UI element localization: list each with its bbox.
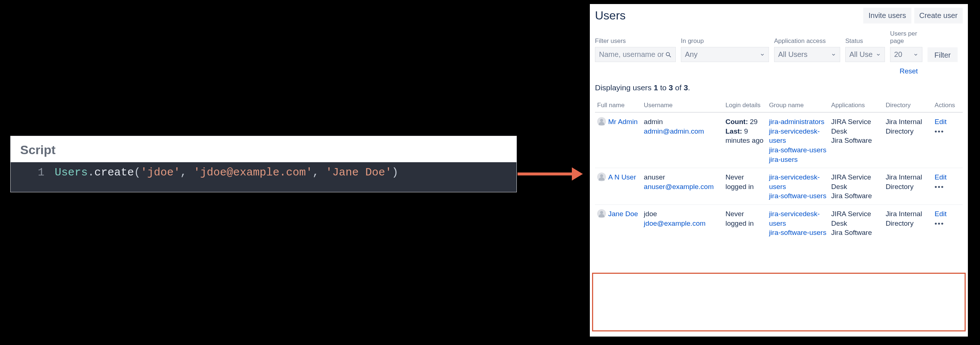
- applications-cell: JIRA Service DeskJira Software: [829, 112, 883, 168]
- invite-users-button[interactable]: Invite users: [863, 8, 911, 24]
- table-row: Mr Adminadminadmin@admin.comCount: 29Las…: [595, 112, 963, 168]
- user-full-name-link[interactable]: Mr Admin: [608, 117, 638, 127]
- applications-cell: JIRA Service DeskJira Software: [829, 205, 883, 241]
- app-access-label: Application access: [774, 37, 840, 45]
- directory-cell: Jira Internal Directory: [883, 205, 932, 241]
- in-group-label: In group: [681, 37, 769, 45]
- token-function: create: [94, 166, 134, 179]
- col-login[interactable]: Login details: [724, 99, 767, 112]
- svg-point-0: [666, 52, 670, 56]
- filter-users-label: Filter users: [595, 37, 676, 45]
- arrow-icon: [517, 165, 587, 183]
- reset-link[interactable]: Reset: [900, 67, 918, 75]
- username-text: anuser: [644, 173, 721, 182]
- chevron-down-icon: [831, 52, 836, 57]
- line-number: 1: [11, 164, 55, 181]
- username-text: jdoe: [644, 209, 721, 219]
- group-link[interactable]: jira-administrators: [769, 117, 827, 127]
- app-access-value: All Users: [778, 50, 808, 59]
- status-value: All Use: [850, 50, 872, 59]
- token-arg1: 'jdoe': [141, 166, 180, 179]
- per-page-label: Users per page: [890, 30, 923, 45]
- user-full-name-link[interactable]: A N User: [608, 173, 636, 182]
- edit-link[interactable]: Edit: [934, 173, 961, 182]
- more-actions-icon[interactable]: •••: [934, 182, 961, 192]
- token-object: Users: [55, 166, 88, 179]
- users-admin-panel: Users Invite users Create user Filter us…: [589, 3, 969, 338]
- page-title: Users: [595, 9, 626, 22]
- group-link[interactable]: jira-servicedesk-users: [769, 127, 827, 145]
- col-apps[interactable]: Applications: [829, 99, 883, 112]
- create-user-button[interactable]: Create user: [914, 8, 963, 24]
- more-actions-icon[interactable]: •••: [934, 219, 961, 228]
- token-open-paren: (: [134, 166, 141, 179]
- login-details: Never logged in: [724, 168, 767, 205]
- user-email-link[interactable]: jdoe@example.com: [644, 219, 705, 227]
- directory-cell: Jira Internal Directory: [883, 168, 932, 205]
- token-comma: ,: [312, 166, 326, 179]
- highlighted-row-frame: [592, 273, 966, 331]
- per-page-select[interactable]: 20: [890, 47, 923, 62]
- edit-link[interactable]: Edit: [934, 209, 961, 219]
- group-link[interactable]: jira-software-users: [769, 228, 827, 237]
- code-text: Users.create('jdoe', 'jdoe@example.com',…: [55, 164, 516, 181]
- token-comma: ,: [180, 166, 193, 179]
- more-actions-icon[interactable]: •••: [934, 127, 961, 136]
- avatar: [597, 117, 606, 126]
- col-group[interactable]: Group name: [767, 99, 829, 112]
- filter-bar: Filter users In group Any Application ac…: [595, 30, 963, 62]
- edit-link[interactable]: Edit: [934, 117, 961, 127]
- token-arg3: 'Jane Doe': [326, 166, 391, 179]
- app-access-select[interactable]: All Users: [774, 47, 840, 62]
- panel-header: Users Invite users Create user: [595, 8, 963, 24]
- user-full-name-link[interactable]: Jane Doe: [608, 209, 638, 219]
- filter-users-input[interactable]: [599, 50, 665, 59]
- group-link[interactable]: jira-servicedesk-users: [769, 209, 827, 228]
- chevron-down-icon: [913, 52, 918, 57]
- status-label: Status: [845, 37, 885, 45]
- group-link[interactable]: jira-software-users: [769, 191, 827, 201]
- username-text: admin: [644, 117, 721, 127]
- chevron-down-icon: [876, 52, 881, 57]
- group-link[interactable]: jira-servicedesk-users: [769, 173, 827, 191]
- per-page-value: 20: [894, 50, 902, 59]
- code-line: 1 Users.create('jdoe', 'jdoe@example.com…: [11, 164, 516, 181]
- avatar: [597, 209, 606, 218]
- search-icon: [665, 51, 672, 58]
- group-link[interactable]: jira-software-users: [769, 145, 827, 155]
- col-directory[interactable]: Directory: [883, 99, 932, 112]
- table-row: A N Useranuseranuser@example.comNever lo…: [595, 168, 963, 205]
- code-body[interactable]: 1 Users.create('jdoe', 'jdoe@example.com…: [11, 162, 516, 192]
- col-full-name[interactable]: Full name: [595, 99, 641, 112]
- table-row: Jane Doejdoejdoe@example.comNever logged…: [595, 205, 963, 241]
- login-details: Never logged in: [724, 205, 767, 241]
- token-close-paren: ): [391, 166, 398, 179]
- applications-cell: JIRA Service DeskJira Software: [829, 168, 883, 205]
- filter-users-input-wrap[interactable]: [595, 47, 676, 62]
- in-group-value: Any: [685, 50, 697, 59]
- status-select[interactable]: All Use: [845, 47, 885, 62]
- user-email-link[interactable]: anuser@example.com: [644, 183, 714, 191]
- users-table: Full name Username Login details Group n…: [595, 99, 963, 241]
- chevron-down-icon: [760, 52, 765, 57]
- in-group-select[interactable]: Any: [681, 47, 769, 62]
- token-dot: .: [88, 166, 94, 179]
- script-editor-title: Script: [11, 136, 516, 162]
- login-details: Count: 29Last: 9 minutes ago: [724, 112, 767, 168]
- col-actions[interactable]: Actions: [932, 99, 963, 112]
- result-count: Displaying users 1 to 3 of 3.: [595, 83, 963, 92]
- svg-line-1: [669, 56, 671, 57]
- filter-button[interactable]: Filter: [928, 47, 958, 62]
- avatar: [597, 173, 606, 181]
- user-email-link[interactable]: admin@admin.com: [644, 127, 704, 135]
- token-arg2: 'jdoe@example.com': [193, 166, 312, 179]
- group-link[interactable]: jira-users: [769, 155, 827, 164]
- script-editor-card: Script 1 Users.create('jdoe', 'jdoe@exam…: [10, 136, 517, 192]
- directory-cell: Jira Internal Directory: [883, 112, 932, 168]
- col-username[interactable]: Username: [641, 99, 723, 112]
